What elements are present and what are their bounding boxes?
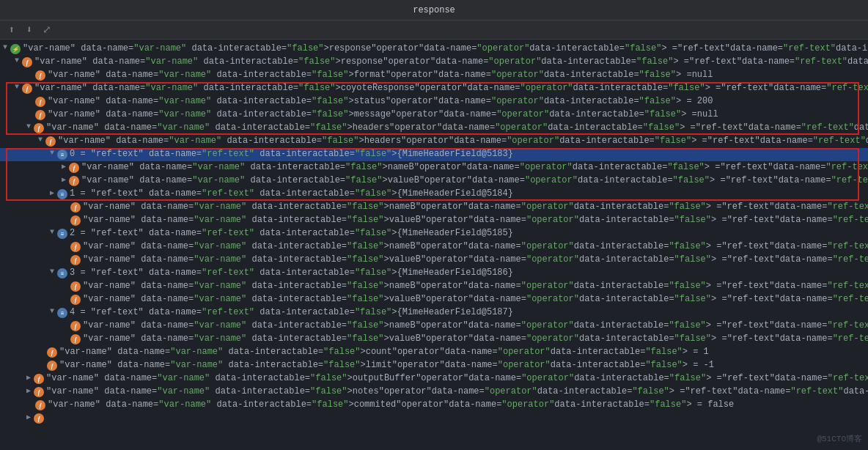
string-value: "false" — [298, 83, 335, 93]
orange-icon: f — [69, 176, 79, 186]
string-value: "var-name" — [46, 386, 99, 396]
string-value: "ref-text" — [91, 188, 144, 199]
string-value: "var-name" — [83, 215, 136, 225]
tree-row[interactable]: f"var-name" data-name="var-name" data-in… — [0, 108, 868, 122]
green-icon: ⚡ — [10, 44, 21, 54]
tree-row[interactable]: f"var-name" data-name="var-name" data-in… — [0, 359, 868, 372]
string-value: "var-name" — [157, 122, 210, 133]
tree-row[interactable]: ▼f"var-name" data-name="var-name" data-i… — [0, 82, 868, 95]
tree-row[interactable]: f"var-name" data-name="var-name" data-in… — [0, 240, 868, 254]
tree-toggle[interactable]: ▼ — [47, 268, 57, 276]
string-value: "var-name" — [34, 83, 87, 93]
tree-row[interactable]: f"var-name" data-name="var-name" data-in… — [0, 293, 868, 306]
string-value: "operator" — [421, 333, 474, 344]
string-value: "ref-text" — [202, 149, 254, 159]
orange-icon: f — [35, 400, 45, 410]
tree-toggle[interactable]: ▼ — [12, 56, 22, 64]
string-value: "false" — [287, 43, 323, 54]
string-value: "false" — [347, 294, 383, 304]
string-value: "ref-text" — [826, 83, 868, 93]
tree-toggle[interactable]: ▼ — [12, 83, 22, 91]
toolbar-btn-expand[interactable]: ⤢ — [40, 23, 54, 37]
tree-row[interactable]: ▼≡2 = "ref-text" data-name="ref-text" da… — [0, 227, 868, 240]
string-value: "ref-text" — [813, 136, 866, 146]
tree-toggle[interactable]: ▶ — [59, 162, 69, 171]
string-value: "ref-text" — [707, 136, 760, 146]
string-value: "ref-text" — [202, 268, 254, 278]
string-value: "var-name" — [158, 70, 211, 80]
tree-row[interactable]: ▶f"var-name" data-name="var-name" data-i… — [0, 174, 868, 188]
string-value: "var-name" — [83, 241, 136, 251]
string-value: "false" — [323, 347, 360, 357]
string-value: "operator" — [416, 202, 468, 212]
tab-label: response — [6, 4, 862, 17]
string-value: "var-name" — [83, 333, 136, 344]
tree-row[interactable]: f"var-name" data-name="var-name" data-in… — [0, 254, 868, 267]
string-value: "operator" — [507, 136, 559, 146]
tree-toggle[interactable]: ▶ — [59, 175, 69, 184]
string-value: "ref-text" — [833, 215, 868, 225]
tree-row[interactable]: f"var-name" data-name="var-name" data-in… — [0, 201, 868, 214]
string-value: "operator" — [498, 347, 551, 357]
tree-toggle[interactable]: ▼ — [47, 228, 57, 236]
row-text: "var-name" data-name="var-name" data-int… — [46, 373, 416, 383]
tree-row[interactable]: f"var-name" data-name="var-name" data-in… — [0, 95, 868, 108]
tree-row[interactable]: f"var-name" data-name="var-name" data-in… — [0, 280, 868, 293]
tree-row[interactable]: f"var-name" data-name="var-name" data-in… — [0, 333, 868, 346]
string-value: "operator" — [521, 241, 574, 251]
tree-row[interactable]: ▶≡1 = "ref-text" data-name="ref-text" da… — [0, 188, 868, 201]
tree-toggle[interactable]: ▼ — [0, 43, 10, 51]
tree-toggle[interactable]: ▶ — [23, 386, 34, 395]
row-text: "var-name" data-name="var-name" data-int… — [59, 360, 392, 370]
orange-icon: f — [34, 123, 44, 133]
tree-toggle[interactable]: ▶ — [23, 373, 34, 382]
string-value: "false" — [655, 136, 691, 146]
tree-toggle[interactable]: ▶ — [47, 188, 57, 197]
tree-row[interactable]: f"var-name" data-name="var-name" data-in… — [0, 346, 868, 359]
tree-toggle[interactable]: ▼ — [23, 122, 34, 130]
tree-row[interactable]: ▼≡4 = "ref-text" data-name="ref-text" da… — [0, 306, 868, 320]
tree-row[interactable]: ▼≡0 = "ref-text" data-name="ref-text" da… — [0, 148, 868, 161]
row-text: "var-name" data-name="var-name" data-int… — [34, 83, 415, 93]
toolbar-btn-down[interactable]: ⬇ — [22, 23, 37, 37]
row-text: "var-name" data-name="var-name" data-int… — [83, 254, 421, 265]
string-value: "false" — [355, 149, 391, 159]
string-value: "operator" — [491, 70, 544, 80]
tree-toggle[interactable]: ▶ — [23, 413, 34, 421]
tree-row[interactable]: ▼f"var-name" data-name="var-name" data-i… — [0, 135, 868, 148]
tree-toggle[interactable]: ▼ — [35, 136, 45, 144]
tree-row[interactable]: ▶f"var-name" data-name="var-name" data-i… — [0, 386, 868, 399]
tree-row[interactable]: ▼⚡"var-name" data-name="var-name" data-i… — [0, 43, 868, 56]
tree-row[interactable]: ▼f"var-name" data-name="var-name" data-i… — [0, 56, 868, 69]
string-value: "ref-text" — [833, 254, 868, 265]
string-value: "ref-text" — [721, 202, 774, 212]
string-value: "false" — [347, 320, 383, 331]
string-value: "ref-text" — [727, 215, 780, 225]
tree-row[interactable]: ▼≡3 = "ref-text" data-name="ref-text" da… — [0, 267, 868, 280]
tree-row[interactable]: f"var-name" data-name="var-name" data-in… — [0, 69, 868, 82]
orange-icon: f — [35, 97, 45, 107]
string-value: "var-name" — [59, 347, 112, 357]
row-text: "var-name" data-name="var-name" data-int… — [48, 96, 386, 106]
string-value: "false" — [645, 347, 682, 357]
tree-row[interactable]: ▼f"var-name" data-name="var-name" data-i… — [0, 122, 868, 135]
string-value: "operator" — [419, 175, 472, 185]
string-value: "operator" — [526, 254, 579, 265]
tree-toggle[interactable]: ▼ — [47, 307, 57, 315]
row-text: 1 = "ref-text" data-name="ref-text" data… — [70, 188, 513, 199]
tree-row[interactable]: ▶f"var-name" data-name="var-name" data-i… — [0, 372, 868, 386]
tree-toggle[interactable]: ▼ — [47, 149, 57, 157]
tree-row[interactable]: ▶f"var-name" data-name="var-name" data-i… — [0, 161, 868, 174]
tree-row[interactable]: f"var-name" data-name="var-name" data-in… — [0, 399, 868, 412]
tree-row[interactable]: f"var-name" data-name="var-name" data-in… — [0, 320, 868, 333]
string-value: "operator" — [392, 347, 445, 357]
string-value: "var-name" — [58, 136, 111, 146]
toolbar-btn-up[interactable]: ⬆ — [4, 23, 19, 37]
string-value: "var-name" — [194, 333, 246, 344]
tree-row[interactable]: f"var-name" data-name="var-name" data-in… — [0, 214, 868, 227]
string-value: "var-name" — [83, 320, 136, 331]
string-value: "var-name" — [145, 83, 198, 93]
tree-row[interactable]: ▶f — [0, 412, 868, 425]
string-value: "var-name" — [194, 294, 246, 304]
string-value: "operator" — [415, 83, 468, 93]
